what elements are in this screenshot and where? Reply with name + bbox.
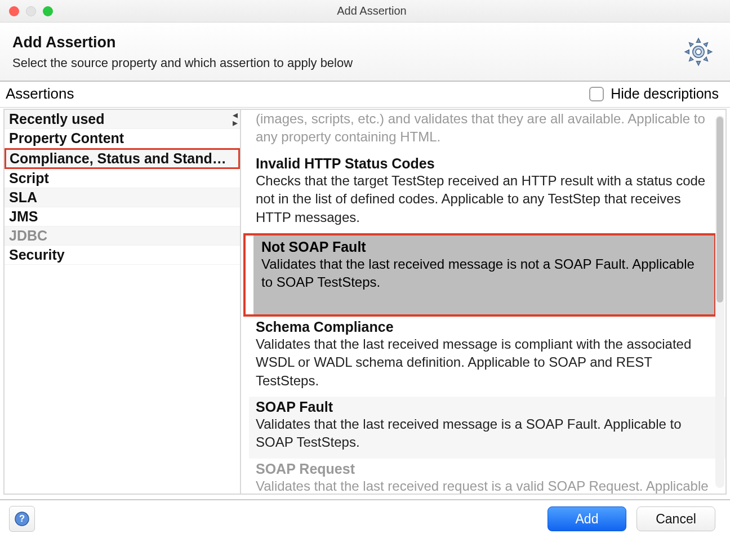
- scrollbar-thumb[interactable]: [716, 117, 723, 303]
- assertion-item-highlighted: Not SOAP FaultValidates that the last re…: [243, 233, 716, 317]
- category-item[interactable]: SLA: [5, 188, 240, 207]
- assertion-title: SOAP Request: [256, 461, 715, 477]
- hide-descriptions-toggle[interactable]: Hide descriptions: [589, 86, 719, 102]
- assertions-toolbar: Assertions Hide descriptions: [0, 82, 730, 108]
- category-item[interactable]: Script: [5, 169, 240, 188]
- category-item[interactable]: Compliance, Status and Stand…: [5, 148, 240, 169]
- add-button[interactable]: Add: [548, 506, 626, 531]
- assertion-description: Validates that the last received message…: [256, 415, 715, 452]
- assertion-title: SOAP Fault: [256, 399, 715, 415]
- assertion-description: Validates that the last received message…: [256, 335, 715, 390]
- assertion-item[interactable]: Not SOAP FaultValidates that the last re…: [253, 235, 714, 314]
- assertion-list-scrollbar[interactable]: [715, 115, 724, 488]
- traffic-lights: [9, 6, 53, 16]
- help-icon: ?: [14, 510, 30, 527]
- assertion-description: (images, scripts, etc.) and validates th…: [256, 110, 715, 146]
- cancel-button[interactable]: Cancel: [636, 506, 715, 531]
- assertion-description: Validates that the last received request…: [256, 477, 715, 494]
- assertion-item[interactable]: Schema ComplianceValidates that the last…: [246, 317, 725, 397]
- main-panel: ◂▸ Recently usedProperty ContentComplian…: [3, 109, 727, 495]
- assertion-item[interactable]: Invalid HTTP Status CodesChecks that the…: [246, 153, 725, 233]
- hide-descriptions-label: Hide descriptions: [611, 86, 719, 102]
- zoom-window-button[interactable]: [43, 6, 53, 16]
- category-item[interactable]: Recently used: [5, 110, 240, 129]
- assertions-label: Assertions: [6, 85, 74, 103]
- assertion-list: (images, scripts, etc.) and validates th…: [241, 110, 725, 494]
- window-title: Add Assertion: [53, 5, 691, 17]
- assertion-title: Invalid HTTP Status Codes: [256, 155, 715, 172]
- help-button[interactable]: ?: [9, 506, 35, 532]
- category-item[interactable]: Security: [5, 246, 240, 265]
- dialog-footer: ? Add Cancel: [0, 499, 730, 537]
- dialog-subtitle: Select the source property and which ass…: [12, 56, 683, 70]
- category-list: Recently usedProperty ContentCompliance,…: [5, 110, 240, 265]
- assertion-description: Checks that the target TestStep received…: [256, 172, 715, 226]
- svg-point-1: [696, 49, 701, 55]
- dialog-title: Add Assertion: [12, 34, 683, 51]
- svg-text:?: ?: [19, 513, 25, 523]
- assertion-description: Validates that the last received message…: [261, 255, 706, 292]
- hide-descriptions-checkbox[interactable]: [589, 87, 604, 101]
- assertion-item[interactable]: SOAP FaultValidates that the last receiv…: [249, 397, 725, 459]
- category-panel: ◂▸ Recently usedProperty ContentComplian…: [5, 110, 241, 494]
- assertion-item[interactable]: (images, scripts, etc.) and validates th…: [246, 110, 725, 153]
- assertion-list-panel: (images, scripts, etc.) and validates th…: [241, 110, 725, 494]
- assertion-title: Schema Compliance: [256, 319, 715, 335]
- gear-icon: [683, 36, 714, 68]
- category-item[interactable]: JDBC: [5, 226, 240, 246]
- close-window-button[interactable]: [9, 6, 19, 16]
- assertion-item[interactable]: SOAP RequestValidates that the last rece…: [246, 459, 725, 494]
- category-item[interactable]: JMS: [5, 207, 240, 226]
- window-titlebar: Add Assertion: [0, 0, 730, 23]
- assertion-title: Not SOAP Fault: [261, 239, 706, 255]
- minimize-window-button[interactable]: [26, 6, 36, 16]
- dialog-header: Add Assertion Select the source property…: [0, 23, 730, 82]
- category-item[interactable]: Property Content: [5, 129, 240, 148]
- split-gripper-icon[interactable]: ◂▸: [230, 110, 240, 127]
